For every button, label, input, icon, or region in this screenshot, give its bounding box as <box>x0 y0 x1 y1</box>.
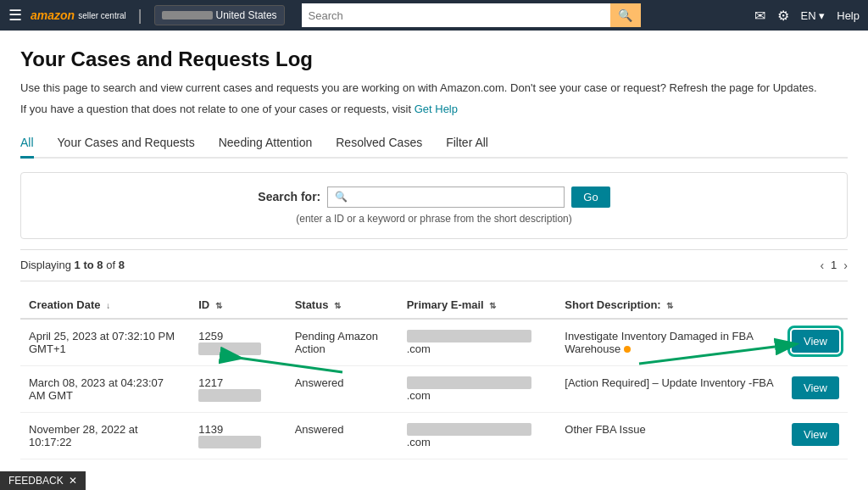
nav-search-input[interactable] <box>302 3 610 27</box>
nav-right-section: ✉ ⚙ EN ▾ Help <box>754 8 860 24</box>
page-description-1: Use this page to search and view current… <box>20 80 848 97</box>
col-creation-date: Creation Date ↓ <box>20 292 190 319</box>
view-button[interactable]: View <box>792 423 839 446</box>
col-email: Primary E-mail ⇅ <box>398 292 557 319</box>
mail-icon[interactable]: ✉ <box>754 8 765 24</box>
sort-icon-desc[interactable]: ⇅ <box>666 301 673 310</box>
cell-email: ████████████████.com <box>398 319 557 366</box>
table-header-row: Creation Date ↓ ID ⇅ Status ⇅ Primary E-… <box>20 292 848 319</box>
search-label: Search for: <box>258 190 320 203</box>
cell-action: View <box>783 319 848 366</box>
cell-description: Investigate Inventory Damaged in FBA War… <box>556 319 783 366</box>
col-action <box>783 292 848 319</box>
search-input-wrapper: 🔍 <box>327 187 565 208</box>
sort-icon-email[interactable]: ⇅ <box>489 301 496 310</box>
view-button[interactable]: View <box>792 330 839 353</box>
search-row: Search for: 🔍 Go <box>258 187 609 208</box>
search-icon: 🔍 <box>335 191 348 203</box>
search-section: Search for: 🔍 Go (enter a ID or a keywor… <box>20 172 848 239</box>
tab-all[interactable]: All <box>20 136 34 159</box>
search-wrapper: 🔍 <box>302 3 641 27</box>
top-navigation: ☰ amazon seller central | United States … <box>0 0 868 31</box>
table-row: April 25, 2023 at 07:32:10 PM GMT+11259█… <box>20 319 848 366</box>
cell-status: Answered <box>287 365 398 412</box>
page-content: Your Cases and Requests Log Use this pag… <box>0 31 868 476</box>
feedback-close-icon[interactable]: ✕ <box>69 475 77 476</box>
cell-id: 1217████████ <box>190 365 286 412</box>
help-link[interactable]: Help <box>837 9 860 22</box>
displaying-row: Displaying 1 to 8 of 8 ‹ 1 › <box>20 249 848 281</box>
table-wrapper: Creation Date ↓ ID ⇅ Status ⇅ Primary E-… <box>20 292 848 459</box>
table-row: March 08, 2023 at 04:23:07 AM GMT1217███… <box>20 365 848 412</box>
search-hint: (enter a ID or a keyword or phrase from … <box>296 213 571 225</box>
tab-cases-requests[interactable]: Your Cases and Requests <box>58 136 195 159</box>
cell-date: April 25, 2023 at 07:32:10 PM GMT+1 <box>20 319 190 366</box>
cell-date: March 08, 2023 at 04:23:07 AM GMT <box>20 365 190 412</box>
cell-id: 1139████████ <box>190 412 286 459</box>
next-page-button[interactable]: › <box>843 259 848 272</box>
seller-central-text: seller central <box>78 11 126 20</box>
store-blurred <box>162 11 213 19</box>
pagination: ‹ 1 › <box>820 259 848 272</box>
view-button[interactable]: View <box>792 376 839 399</box>
cell-email: ████████████████.com <box>398 365 557 412</box>
settings-icon[interactable]: ⚙ <box>777 8 789 24</box>
current-page: 1 <box>831 259 837 271</box>
cell-id: 1259████████ <box>190 319 286 366</box>
store-country: United States <box>216 9 277 21</box>
cell-action: View <box>783 365 848 412</box>
feedback-label[interactable]: FEEDBACK <box>8 475 64 476</box>
search-input[interactable] <box>351 191 557 203</box>
prev-page-button[interactable]: ‹ <box>820 259 824 272</box>
tab-filter-all[interactable]: Filter All <box>446 136 488 159</box>
nav-search-button[interactable]: 🔍 <box>610 3 641 27</box>
page-title: Your Cases and Requests Log <box>20 47 848 71</box>
get-help-link[interactable]: Get Help <box>415 103 458 115</box>
table-row: November 28, 2022 at 10:17:221139███████… <box>20 412 848 459</box>
orange-dot-indicator <box>624 346 631 353</box>
hamburger-menu-icon[interactable]: ☰ <box>8 6 22 25</box>
col-id: ID ⇅ <box>190 292 286 319</box>
search-go-button[interactable]: Go <box>571 187 609 208</box>
amazon-logo-text: amazon <box>31 8 75 22</box>
cell-email: ████████████████.com <box>398 412 557 459</box>
cell-status: Answered <box>287 412 398 459</box>
tab-resolved-cases[interactable]: Resolved Cases <box>336 136 422 159</box>
tab-needing-attention[interactable]: Needing Attention <box>219 136 313 159</box>
amazon-logo: amazon seller central <box>31 8 126 22</box>
col-status: Status ⇅ <box>287 292 398 319</box>
displaying-count: Displaying 1 to 8 of 8 <box>20 259 125 271</box>
tabs-container: All Your Cases and Requests Needing Atte… <box>20 136 848 159</box>
sort-icon-status[interactable]: ⇅ <box>334 301 341 310</box>
cell-description: Other FBA Issue <box>556 412 783 459</box>
cell-status: Pending Amazon Action <box>287 319 398 366</box>
language-selector[interactable]: EN ▾ <box>801 9 826 22</box>
sort-icon-date[interactable]: ↓ <box>106 301 110 310</box>
cell-action: View <box>783 412 848 459</box>
feedback-bar: FEEDBACK ✕ <box>0 471 86 476</box>
nav-search-icon: 🔍 <box>618 8 632 22</box>
sort-icon-id[interactable]: ⇅ <box>215 301 222 310</box>
col-description: Short Description: ⇅ <box>556 292 783 319</box>
cell-date: November 28, 2022 at 10:17:22 <box>20 412 190 459</box>
store-selector[interactable]: United States <box>154 5 285 25</box>
nav-divider: | <box>138 7 142 25</box>
cases-table: Creation Date ↓ ID ⇅ Status ⇅ Primary E-… <box>20 292 848 459</box>
page-description-2: If you have a question that does not rel… <box>20 101 848 119</box>
cell-description: [Action Required] – Update Inventory -FB… <box>556 365 783 412</box>
